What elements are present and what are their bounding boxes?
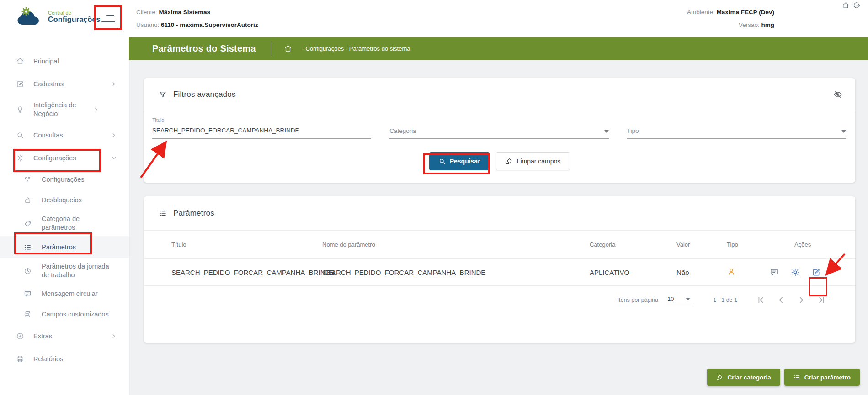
sidebar-item-principal[interactable]: Principal <box>0 50 129 73</box>
gear-icon[interactable] <box>791 268 800 277</box>
message-icon <box>24 290 32 298</box>
sidebar-item-label: Relatórios <box>33 355 117 363</box>
sidebar-item-relatorios[interactable]: Relatórios <box>0 348 129 370</box>
filter-buttons: Pesquisar Limpar campos <box>144 152 855 170</box>
column-header-categoria: Categoria <box>590 241 676 248</box>
eye-off-icon[interactable] <box>833 90 842 99</box>
sidebar-item-label: Parâmetros da jornada de trabalho <box>42 262 115 279</box>
sidebar-item-label: Configurações <box>33 154 111 163</box>
sidebar-item-label: Desbloqueios <box>42 196 117 205</box>
cliente-value: Máxima Sistemas <box>159 9 211 16</box>
sidebar-subitem-campos-customizados[interactable]: Campos customizados <box>0 304 129 325</box>
printer-icon <box>16 355 24 363</box>
edit-square-icon <box>16 80 24 88</box>
app-root: Central de Configurações Cliente: Máxima… <box>0 0 868 395</box>
sidebar-subitem-parametros[interactable]: Parâmetros <box>0 236 129 258</box>
parameters-card-title: Parâmetros <box>173 209 214 218</box>
ambiente-line: Ambiente: Maxima FECP (Dev) <box>687 6 774 19</box>
column-header-tipo: Tipo <box>727 241 768 248</box>
home-icon[interactable] <box>842 1 850 9</box>
criar-categoria-label: Criar categoria <box>727 374 771 381</box>
breadcrumb-text: - Configurações - Parâmetros do sistema <box>302 45 410 52</box>
eraser-icon <box>506 158 513 165</box>
chevron-right-icon <box>111 81 117 87</box>
cell-categoria: APLICATIVO <box>590 269 676 276</box>
logout-icon[interactable] <box>853 1 861 9</box>
last-page-icon[interactable] <box>817 295 826 305</box>
hub-icon <box>24 176 32 184</box>
app-logo: Central de Configurações <box>16 6 101 27</box>
ambiente-value: Maxima FECP (Dev) <box>716 9 774 16</box>
footer-buttons: Criar categoria Criar parâmetro <box>707 369 860 386</box>
sidebar-item-label: Mensagem circular <box>42 290 117 298</box>
search-icon <box>16 131 24 139</box>
sidebar-subitem-desbloqueios[interactable]: Desbloqueios <box>0 190 129 211</box>
session-info: Cliente: Máxima Sistemas Usuário: 6110 -… <box>136 6 258 32</box>
sidebar-item-label: Extras <box>33 332 111 341</box>
tipo-select[interactable]: Tipo <box>627 117 846 139</box>
cell-tipo <box>727 267 768 278</box>
gear-icon <box>16 154 24 162</box>
pesquisar-button[interactable]: Pesquisar <box>429 152 490 170</box>
cliente-line: Cliente: Máxima Sistemas <box>136 6 258 19</box>
sidebar-subitem-categoria-de-parametros[interactable]: Categoria de parâmetros <box>0 211 129 236</box>
menu-toggle-button[interactable] <box>96 6 121 29</box>
column-header-valor: Valor <box>676 241 727 248</box>
layers-icon <box>24 311 32 318</box>
versao-line: Versão: hmg <box>687 19 774 32</box>
column-header-acoes: Ações <box>768 241 848 248</box>
sidebar-item-cadastros[interactable]: Cadastros <box>0 73 129 95</box>
items-per-page-select[interactable]: 10 <box>666 295 692 305</box>
versao-label: Versão: <box>739 21 760 28</box>
titulo-field: Titulo <box>152 117 371 139</box>
sidebar-item-inteligencia-de-negocio[interactable]: Inteligência de Negócio <box>0 95 129 124</box>
pagination: Itens por página 10 1 - 1 de 1 <box>144 286 855 314</box>
next-page-icon[interactable] <box>797 295 806 305</box>
ambiente-label: Ambiente: <box>687 9 715 16</box>
criar-categoria-button[interactable]: Criar categoria <box>707 369 780 386</box>
sidebar-subitem-mensagem-circular[interactable]: Mensagem circular <box>0 284 129 304</box>
comment-icon[interactable] <box>770 268 779 277</box>
sidebar-item-label: Principal <box>33 57 117 66</box>
categoria-select[interactable]: Categoria <box>389 117 608 139</box>
pagination-range: 1 - 1 de 1 <box>713 297 737 303</box>
filter-card-header: Filtros avançados <box>144 78 855 111</box>
sidebar-item-label: Parâmetros <box>42 243 117 252</box>
breadcrumb-home-icon[interactable] <box>284 44 292 53</box>
filter-fields: Titulo Categoria Tipo <box>144 111 855 139</box>
lightbulb-icon <box>16 105 24 114</box>
dropdown-caret-icon <box>604 130 609 133</box>
row-actions <box>768 268 848 277</box>
sidebar-subitem-configuracoes[interactable]: Configurações <box>0 169 129 190</box>
main-content: Filtros avançados Titulo Categoria Tipo <box>129 60 868 395</box>
sidebar-subitem-parametros-da-jornada[interactable]: Parâmetros da jornada de trabalho <box>0 258 129 284</box>
limpar-campos-button[interactable]: Limpar campos <box>496 152 570 170</box>
prev-page-icon[interactable] <box>777 295 786 305</box>
edit-icon[interactable] <box>812 268 821 277</box>
sidebar-item-configuracoes[interactable]: Configurações <box>0 147 129 169</box>
filter-card-title: Filtros avançados <box>173 90 236 99</box>
logo-line1: Central de <box>48 10 101 16</box>
chevron-right-icon <box>111 132 117 138</box>
parameters-card: Parâmetros Título Nome do parâmetro Cate… <box>144 196 855 343</box>
filter-card: Filtros avançados Titulo Categoria Tipo <box>144 78 855 183</box>
criar-parametro-button[interactable]: Criar parâmetro <box>784 369 860 386</box>
titulo-input[interactable] <box>152 127 371 134</box>
pagination-nav <box>756 295 826 305</box>
column-header-nome: Nome do parâmetro <box>322 241 590 248</box>
first-page-icon[interactable] <box>756 295 766 305</box>
list-icon <box>793 374 800 381</box>
clock-icon <box>24 267 32 275</box>
versao-value: hmg <box>761 21 775 28</box>
sidebar-item-consultas[interactable]: Consultas <box>0 124 129 147</box>
plus-circle-icon <box>16 332 24 340</box>
breadcrumb: - Configurações - Parâmetros do sistema <box>284 44 410 53</box>
banner-divider <box>271 42 271 55</box>
table-header-row: Título Nome do parâmetro Categoria Valor… <box>144 231 855 258</box>
sidebar-item-label: Categoria de parâmetros <box>42 215 96 232</box>
list-icon <box>24 243 32 251</box>
chevron-right-icon <box>93 106 99 113</box>
home-icon <box>16 57 24 65</box>
sidebar-item-extras[interactable]: Extras <box>0 325 129 348</box>
user-icon <box>727 267 736 276</box>
